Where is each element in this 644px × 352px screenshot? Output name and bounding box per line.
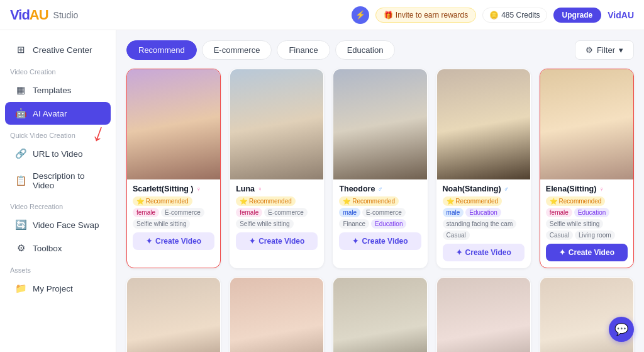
section-assets: Assets	[0, 260, 116, 276]
sidebar: ↓ ⊞ Creative Center Video Creation ▦ Tem…	[0, 30, 116, 352]
chevron-down-icon: ▾	[619, 45, 623, 55]
tag-casual: Casual	[443, 230, 470, 240]
sidebar-item-my-project[interactable]: 📁 My Project	[5, 277, 111, 300]
tag-casual: Casual	[546, 230, 573, 240]
tab-ecommerce[interactable]: E-commerce	[202, 40, 272, 60]
tag-male: male	[339, 208, 360, 217]
sidebar-item-label: Description to Video	[33, 171, 101, 190]
filter-button[interactable]: ⚙ Filter ▾	[575, 40, 634, 60]
sidebar-item-templates[interactable]: ▦ Templates	[5, 79, 111, 101]
avatar-name-scarlett: Scarlett(Sitting ) ♀	[133, 185, 214, 193]
sparkle-icon: ✦	[456, 248, 462, 257]
chat-button[interactable]: 💬	[609, 317, 634, 342]
sparkle-icon: ✦	[559, 248, 565, 257]
main-layout: ↓ ⊞ Creative Center Video Creation ▦ Tem…	[0, 30, 644, 352]
avatar-card-scarlett: Scarlett(Sitting ) ♀ ⭐ Recommended femal…	[126, 69, 221, 268]
tag-living: Living room	[575, 230, 615, 240]
avatar-card-sophie: Sophie ♀ female Casual ✦ Create Video	[126, 277, 221, 352]
create-video-btn-theodore[interactable]: ✦ Create Video	[339, 232, 421, 250]
tag-selfie: Selfie while sitting	[236, 219, 293, 229]
avatar-card-luna: Luna ♀ ⭐ Recommended female E-commerce S…	[230, 69, 324, 268]
avatar-info-elena: Elena(Sitting) ♀ ⭐ Recommended female Ed…	[540, 179, 633, 268]
grid-icon: ⊞	[15, 44, 26, 55]
avatar-thumb-luna	[230, 69, 323, 179]
sidebar-item-label: My Project	[33, 284, 73, 293]
tags-scarlett: ⭐ Recommended female E-commerce Selfie w…	[133, 196, 214, 229]
avatar-card-elena: Elena(Sitting) ♀ ⭐ Recommended female Ed…	[540, 69, 634, 268]
sidebar-item-ai-avatar[interactable]: 🤖 AI Avatar	[5, 102, 111, 125]
create-video-btn-luna[interactable]: ✦ Create Video	[236, 232, 318, 250]
tag-female: female	[546, 208, 572, 217]
avatar-name-elena: Elena(Sitting) ♀	[546, 185, 628, 193]
create-video-btn-scarlett[interactable]: ✦ Create Video	[133, 232, 214, 250]
upgrade-button[interactable]: Upgrade	[553, 8, 602, 23]
studio-label: Studio	[53, 10, 79, 20]
filter-icon: ⚙	[586, 45, 593, 55]
discord-icon[interactable]: ⚡	[352, 6, 369, 24]
section-quick-video: Quick Video Creation	[0, 125, 116, 142]
avatar-name-luna: Luna ♀	[236, 185, 318, 193]
invite-button[interactable]: Invite to earn rewards	[375, 8, 476, 23]
sidebar-item-url-to-video[interactable]: 🔗 URL to Video	[5, 142, 111, 165]
tag-selfie: Selfie while sitting	[546, 219, 603, 229]
sidebar-item-label: Templates	[33, 86, 72, 95]
avatar-grid: Scarlett(Sitting ) ♀ ⭐ Recommended femal…	[126, 69, 634, 352]
tag-female: female	[236, 208, 262, 217]
tag-selfie: Selfie while sitting	[133, 219, 190, 229]
logo-highlight: AU	[30, 7, 48, 23]
tag-recommended: ⭐ Recommended	[133, 196, 192, 206]
tab-recommend[interactable]: Recommend	[126, 40, 197, 60]
template-icon: ▦	[15, 84, 26, 96]
avatar-thumb-elena	[540, 69, 633, 179]
sidebar-item-label: Creative Center	[33, 45, 92, 55]
filter-bar: Recommend E-commerce Finance Education ⚙…	[126, 40, 634, 60]
tab-finance[interactable]: Finance	[277, 40, 330, 60]
avatar-info-scarlett: Scarlett(Sitting ) ♀ ⭐ Recommended femal…	[127, 179, 220, 256]
tag-education: Education	[465, 208, 501, 217]
credits-badge: 485 Credits	[482, 8, 547, 23]
create-video-btn-elena[interactable]: ✦ Create Video	[546, 244, 628, 261]
tab-education[interactable]: Education	[335, 40, 396, 60]
tag-male: male	[443, 208, 464, 217]
avatar-card-aria: Aria ♀ female E-commerce ✦ Create Video	[230, 277, 324, 352]
avatar-thumb-isabella	[437, 278, 530, 352]
avatar-icon: 🤖	[15, 108, 26, 119]
section-recreation: Video Recreation	[0, 196, 116, 213]
tags-luna: ⭐ Recommended female E-commerce Selfie w…	[236, 196, 318, 229]
filter-label: Filter	[597, 45, 615, 55]
female-icon: ♀	[196, 185, 201, 193]
filter-tabs: Recommend E-commerce Finance Education	[126, 40, 395, 60]
sidebar-item-label: Video Face Swap	[33, 220, 99, 230]
sidebar-item-description-to-video[interactable]: 📋 Description to Video	[5, 166, 111, 196]
avatar-name-theodore: Theodore ♂	[339, 185, 421, 193]
tags-elena: ⭐ Recommended female Education Selfie wh…	[546, 196, 628, 240]
section-video-creation: Video Creation	[0, 62, 116, 78]
sidebar-item-label: URL to Video	[33, 149, 83, 159]
tag-ecommerce: E-commerce	[161, 208, 204, 217]
tag-education: Education	[574, 208, 609, 217]
sidebar-item-toolbox[interactable]: ⚙ Toolbox	[5, 237, 111, 259]
female-icon: ♀	[257, 185, 262, 193]
sidebar-item-creative-center[interactable]: ⊞ Creative Center	[5, 38, 111, 61]
vidau-brand: VidAU	[608, 10, 634, 20]
sparkle-icon: ✦	[249, 237, 255, 246]
avatar-name-noah: Noah(Standing) ♂	[443, 185, 525, 193]
tag-recommended: ⭐ Recommended	[546, 196, 606, 206]
avatar-thumb-theodore	[333, 69, 426, 179]
tag-recommended: ⭐ Recommended	[443, 196, 502, 206]
avatar-card-marcus: Marcus ♂ male Casual ✦ Create Video	[333, 277, 427, 352]
sidebar-item-label: AI Avatar	[33, 109, 67, 118]
project-icon: 📁	[15, 283, 26, 294]
tag-recommended: ⭐ Recommended	[339, 196, 399, 206]
create-video-btn-noah[interactable]: ✦ Create Video	[443, 244, 525, 261]
tag-standing: standing facing the cam	[443, 219, 517, 229]
avatar-thumb-aria	[230, 278, 323, 352]
app-header: VidAU Studio ⚡ Invite to earn rewards 48…	[0, 0, 644, 30]
avatar-thumb-sophie	[127, 278, 220, 352]
female-icon: ♀	[599, 185, 604, 193]
sidebar-item-video-face-swap[interactable]: 🔄 Video Face Swap	[5, 213, 111, 236]
tags-theodore: ⭐ Recommended male E-commerce Finance Ed…	[339, 196, 421, 229]
tag-ecommerce: E-commerce	[264, 208, 308, 217]
avatar-card-isabella: Isabella ♀ female Selfie ✦ Create Video	[436, 277, 531, 352]
header-left: VidAU Studio	[10, 7, 78, 23]
